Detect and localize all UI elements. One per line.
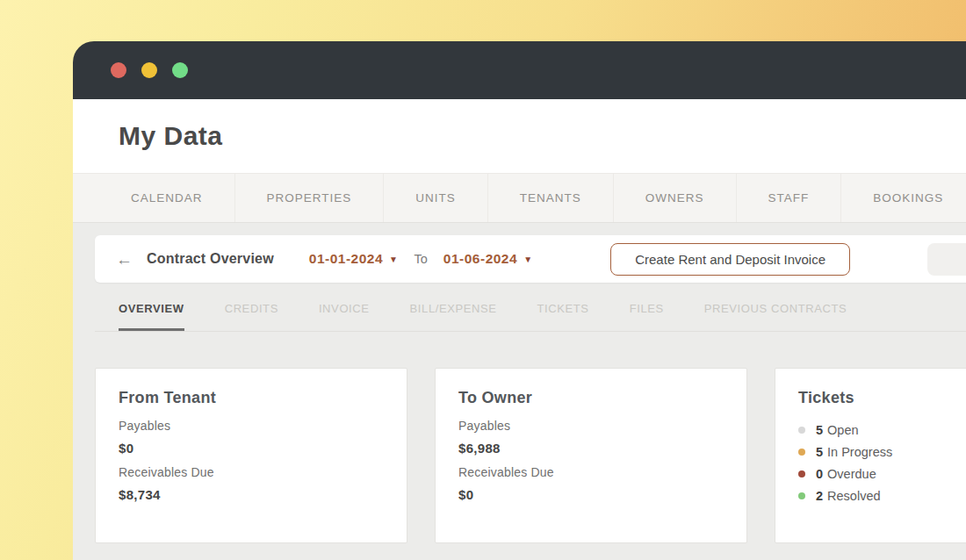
ticket-label: Overdue <box>827 467 876 481</box>
tab-tickets[interactable]: TICKETS <box>537 302 589 331</box>
window-titlebar <box>73 41 966 99</box>
ticket-label: Open <box>827 423 858 437</box>
receivables-due-value: $8,734 <box>119 487 384 502</box>
ticket-status-in-progress: 5 In Progress <box>798 441 966 463</box>
ticket-count: 5 <box>816 445 823 459</box>
date-range-picker: 01-01-2024 ▼ To 01-06-2024 ▼ <box>309 251 533 267</box>
chevron-down-icon: ▼ <box>523 255 532 264</box>
ticket-count: 0 <box>816 467 823 481</box>
payables-label: Payables <box>119 419 384 433</box>
nav-item-staff[interactable]: STAFF <box>736 174 841 222</box>
back-arrow-icon[interactable]: ← <box>116 251 133 268</box>
status-dot-open-icon <box>798 427 805 434</box>
date-range-to-label: To <box>415 252 428 266</box>
nav-item-tenants[interactable]: TENANTS <box>487 174 613 222</box>
receivables-due-label: Receivables Due <box>458 465 724 479</box>
nav-item-bookings[interactable]: BOOKINGS <box>840 174 966 222</box>
chevron-down-icon: ▼ <box>389 255 398 264</box>
main-nav: CALENDAR PROPERTIES UNITS TENANTS OWNERS… <box>73 173 966 223</box>
tickets-card: Tickets 5 Open 5 In Progress 0 <box>775 368 966 543</box>
status-dot-overdue-icon <box>798 470 805 477</box>
date-from-value: 01-01-2024 <box>309 251 383 267</box>
ticket-status-list: 5 Open 5 In Progress 0 Overdue <box>798 419 966 506</box>
ticket-label: Resolved <box>827 489 880 503</box>
to-owner-card: To Owner Payables $6,988 Receivables Due… <box>435 368 747 543</box>
date-from-dropdown[interactable]: 01-01-2024 ▼ <box>309 251 399 267</box>
nav-item-properties[interactable]: PROPERTIES <box>234 174 384 222</box>
ticket-status-overdue: 0 Overdue <box>798 463 966 485</box>
tab-credits[interactable]: CREDITS <box>225 302 278 331</box>
nav-item-calendar[interactable]: CALENDAR <box>99 174 234 222</box>
receivables-due-label: Receivables Due <box>119 465 384 479</box>
payables-value: $0 <box>119 441 384 456</box>
contract-overview-bar: ← Contract Overview 01-01-2024 ▼ To 01-0… <box>95 235 966 283</box>
close-window-icon[interactable] <box>111 62 126 78</box>
card-title: To Owner <box>458 389 724 407</box>
summary-cards: From Tenant Payables $0 Receivables Due … <box>95 368 966 543</box>
app-header: My Data <box>73 99 966 173</box>
ticket-status-open: 5 Open <box>798 419 966 441</box>
contract-subtabs: OVERVIEW CREDITS INVOICE BILL/EXPENSE TI… <box>95 302 966 332</box>
ticket-status-resolved: 2 Resolved <box>798 485 966 506</box>
date-to-value: 01-06-2024 <box>443 251 517 267</box>
receivables-due-value: $0 <box>458 487 724 502</box>
minimize-window-icon[interactable] <box>141 62 157 78</box>
card-title: From Tenant <box>119 389 384 407</box>
ticket-label: In Progress <box>827 445 892 459</box>
date-to-dropdown[interactable]: 01-06-2024 ▼ <box>443 251 533 267</box>
content-area: ← Contract Overview 01-01-2024 ▼ To 01-0… <box>73 223 966 560</box>
tab-previous-contracts[interactable]: PREVIOUS CONTRACTS <box>704 302 847 331</box>
create-rent-deposit-invoice-button[interactable]: Create Rent and Deposit Invoice <box>610 243 850 276</box>
page-title: My Data <box>119 121 223 151</box>
tab-files[interactable]: FILES <box>630 302 664 331</box>
tab-bill-expense[interactable]: BILL/EXPENSE <box>410 302 497 331</box>
tab-overview[interactable]: OVERVIEW <box>119 302 184 331</box>
payables-label: Payables <box>458 419 724 433</box>
from-tenant-card: From Tenant Payables $0 Receivables Due … <box>95 368 407 543</box>
ticket-count: 5 <box>816 423 823 437</box>
status-dot-resolved-icon <box>798 492 805 499</box>
tab-invoice[interactable]: INVOICE <box>319 302 370 331</box>
contract-overview-title: Contract Overview <box>147 251 274 267</box>
secondary-button-partial[interactable] <box>927 243 966 276</box>
card-title: Tickets <box>798 389 966 407</box>
status-dot-in-progress-icon <box>798 449 805 456</box>
zoom-window-icon[interactable] <box>172 62 188 78</box>
ticket-count: 2 <box>816 489 823 503</box>
payables-value: $6,988 <box>458 441 724 456</box>
nav-item-units[interactable]: UNITS <box>383 174 487 222</box>
nav-item-owners[interactable]: OWNERS <box>613 174 736 222</box>
browser-window: My Data CALENDAR PROPERTIES UNITS TENANT… <box>73 41 966 560</box>
